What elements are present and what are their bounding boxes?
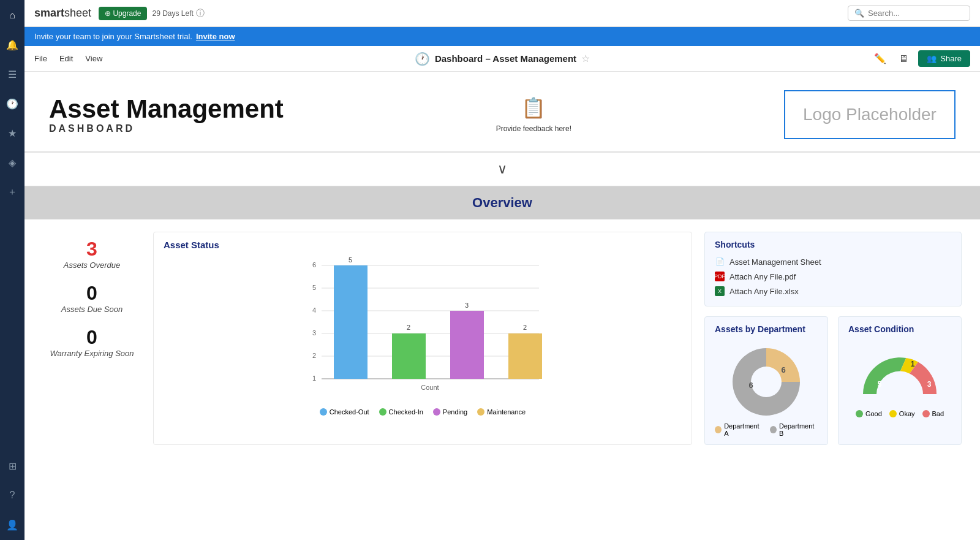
title-line1: Asset Management (49, 95, 284, 123)
svg-text:3: 3 (927, 380, 932, 389)
svg-text:3: 3 (465, 302, 469, 309)
topbar: smartsheet ⊕ Upgrade 29 Days Left ⓘ 🔍 (24, 0, 980, 27)
legend-dot-dept-b (770, 426, 777, 433)
legend-checked-out: Checked-Out (320, 408, 369, 416)
dashboard-content: Asset Management DASHBOARD 📋 Provide fee… (24, 72, 980, 540)
sidebar-icon-favorites[interactable]: ★ (3, 124, 21, 142)
bar-chart-wrapper: 6 5 4 3 2 1 (164, 256, 682, 403)
present-icon-btn[interactable]: 🖥 (896, 51, 911, 67)
edit-icon-btn[interactable]: ✏️ (872, 50, 889, 67)
stat-due-soon: 0 Assets Due Soon (61, 282, 123, 314)
sidebar-icon-recents[interactable]: 🕐 (3, 94, 21, 113)
legend-bad: Bad (922, 410, 944, 417)
right-column: Shortcuts 📄 Asset Management Sheet PDF A… (704, 232, 962, 445)
sidebar-icon-browse[interactable]: ☰ (3, 65, 21, 83)
gauge-chart-svg: 5 1 3 (854, 339, 946, 406)
svg-text:5: 5 (312, 284, 316, 291)
star-icon[interactable]: ☆ (581, 53, 590, 64)
sidebar-icon-profile[interactable]: 👤 (3, 515, 21, 534)
chevron-section: ∨ (24, 153, 980, 186)
asset-status-chart: Asset Status 6 5 4 3 2 1 (153, 232, 692, 445)
search-icon: 🔍 (854, 9, 864, 18)
share-button[interactable]: 👥 Share (918, 50, 970, 67)
sidebar: ⌂ 🔔 ☰ 🕐 ★ ◈ ＋ ⊞ ? 👤 (0, 0, 24, 540)
donut-wrapper: 6 6 (715, 339, 818, 419)
svg-text:2: 2 (407, 324, 410, 331)
legend-dept-a: Department A (715, 422, 763, 437)
stats-column: 3 Assets Overdue 0 Assets Due Soon 0 War… (43, 232, 141, 445)
legend-dot-good (856, 410, 863, 417)
sidebar-icon-add[interactable]: ＋ (3, 183, 21, 201)
menu-edit[interactable]: Edit (59, 54, 73, 63)
legend-dot-checked-out (320, 408, 327, 416)
search-box[interactable]: 🔍 (848, 6, 970, 21)
upgrade-button[interactable]: ⊕ Upgrade (99, 7, 147, 20)
stat-warranty-value: 0 (50, 326, 134, 349)
info-icon: ⓘ (196, 8, 205, 19)
legend-label-okay: Okay (899, 410, 915, 417)
asset-condition: Asset Condition (838, 316, 962, 445)
legend-dept-b: Department B (770, 422, 818, 437)
sidebar-icon-help[interactable]: ? (3, 486, 21, 504)
doc-title-text: Dashboard – Asset Management (435, 53, 576, 64)
title-line2: DASHBOARD (49, 123, 284, 134)
legend-dot-okay (889, 410, 897, 417)
bar-maintenance (508, 333, 542, 379)
stat-warranty: 0 Warranty Expiring Soon (50, 326, 134, 358)
trial-banner: Invite your team to join your Smartsheet… (24, 27, 980, 46)
shortcuts-section: Shortcuts 📄 Asset Management Sheet PDF A… (704, 232, 962, 306)
bar-chart-svg: 6 5 4 3 2 1 (164, 256, 682, 391)
overview-header: Overview (24, 186, 980, 219)
sidebar-icon-apps[interactable]: ◈ (3, 153, 21, 172)
svg-text:6: 6 (781, 365, 785, 375)
svg-text:2: 2 (523, 324, 527, 331)
legend-checked-in: Checked-In (379, 408, 423, 416)
legend-label-maintenance: Maintenance (487, 408, 526, 416)
donut-chart-svg: 6 6 (723, 339, 809, 419)
svg-text:6: 6 (312, 261, 316, 268)
trial-text: Invite your team to join your Smartsheet… (34, 32, 192, 41)
menu-file[interactable]: File (34, 54, 47, 63)
shortcut-sheet-label: Asset Management Sheet (729, 257, 821, 267)
legend-dot-bad (922, 410, 930, 417)
invite-now-link[interactable]: Invite now (196, 32, 235, 41)
chevron-down-icon[interactable]: ∨ (497, 161, 507, 177)
logo: smartsheet (34, 7, 91, 20)
legend-dot-checked-in (379, 408, 386, 416)
svg-text:1: 1 (312, 375, 316, 382)
legend-label-dept-b: Department B (779, 422, 818, 437)
svg-text:4: 4 (312, 306, 316, 314)
menu-view[interactable]: View (85, 54, 102, 63)
sidebar-icon-notifications[interactable]: 🔔 (3, 36, 21, 54)
clock-icon: 🕐 (415, 51, 430, 66)
shortcut-pdf[interactable]: PDF Attach Any File.pdf (715, 269, 951, 284)
svg-text:2: 2 (312, 352, 316, 359)
stat-overdue-label: Assets Overdue (64, 260, 121, 270)
search-input[interactable] (868, 9, 963, 18)
legend-dot-pending (433, 408, 440, 416)
doc-toolbar-right: ✏️ 🖥 👥 Share (872, 50, 970, 67)
stat-due-soon-label: Assets Due Soon (61, 305, 123, 314)
svg-text:Count: Count (421, 384, 439, 391)
logo-text: smartsheet (34, 7, 91, 20)
asset-condition-title: Asset Condition (848, 324, 951, 334)
share-users-icon: 👥 (927, 54, 937, 63)
assets-by-dept-title: Assets by Department (715, 324, 818, 334)
shortcut-pdf-label: Attach Any File.pdf (729, 272, 796, 281)
stat-overdue: 3 Assets Overdue (64, 238, 121, 270)
feedback-section[interactable]: 📋 Provide feedback here! (496, 96, 571, 133)
pdf-icon: PDF (715, 272, 725, 281)
shortcut-xlsx[interactable]: X Attach Any File.xlsx (715, 284, 951, 299)
legend-okay: Okay (889, 410, 915, 417)
stat-warranty-label: Warranty Expiring Soon (50, 349, 134, 358)
shortcut-sheet[interactable]: 📄 Asset Management Sheet (715, 254, 951, 269)
legend-label-pending: Pending (443, 408, 467, 416)
dashboard-title: Asset Management DASHBOARD (49, 95, 284, 134)
logo-placeholder-text: Logo Placeholder (803, 105, 937, 124)
sidebar-icon-home[interactable]: ⌂ (3, 6, 21, 25)
legend-dot-maintenance (477, 408, 484, 416)
sidebar-icon-grid[interactable]: ⊞ (3, 457, 21, 475)
main-container: smartsheet ⊕ Upgrade 29 Days Left ⓘ 🔍 In… (24, 0, 980, 540)
legend-dot-dept-a (715, 426, 722, 433)
bar-checked-out (334, 265, 368, 379)
